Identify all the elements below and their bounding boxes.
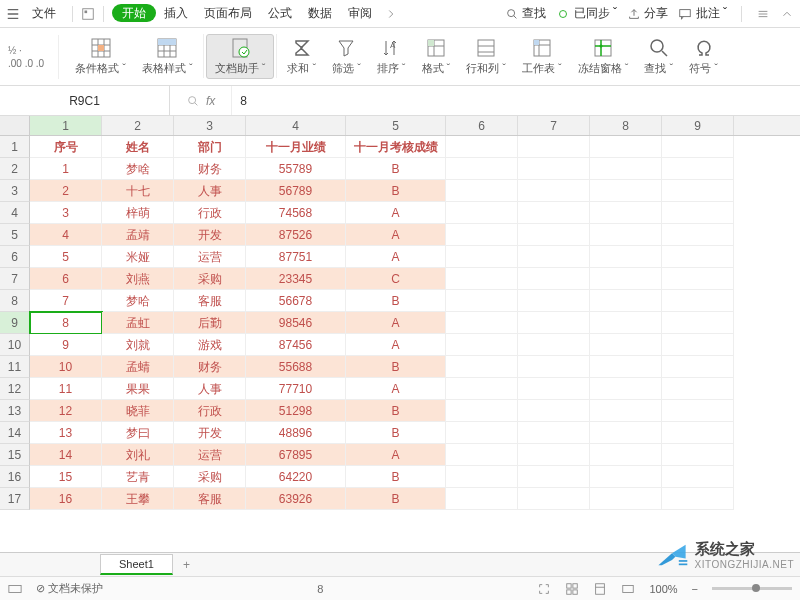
cell[interactable] <box>590 400 662 422</box>
cell[interactable] <box>446 356 518 378</box>
cell[interactable] <box>518 400 590 422</box>
cell[interactable]: 人事 <box>174 378 246 400</box>
cell[interactable] <box>446 444 518 466</box>
cell[interactable]: 63926 <box>246 488 346 510</box>
ribbon-grid-style[interactable]: 表格样式 ˇ <box>134 34 201 79</box>
cell[interactable]: 孟蜻 <box>102 356 174 378</box>
menu-tab-0[interactable]: 开始 <box>112 4 156 22</box>
cell[interactable]: 刘礼 <box>102 444 174 466</box>
zoom-out-button[interactable]: − <box>692 583 698 595</box>
menu-tab-1[interactable]: 插入 <box>156 3 196 23</box>
cell[interactable] <box>446 466 518 488</box>
spreadsheet-grid[interactable]: 123456789 1序号姓名部门十一月业绩十一月考核成绩21梦啥财务55789… <box>0 116 800 546</box>
cell[interactable] <box>662 136 734 158</box>
cell[interactable]: 梦哈 <box>102 290 174 312</box>
cell[interactable] <box>590 444 662 466</box>
cell[interactable] <box>446 136 518 158</box>
col-header[interactable]: 9 <box>662 116 734 135</box>
row-header[interactable]: 9 <box>0 312 30 334</box>
menu-share[interactable]: 分享 <box>627 5 668 22</box>
cell[interactable]: 14 <box>30 444 102 466</box>
cell[interactable]: 9 <box>30 334 102 356</box>
row-header[interactable]: 12 <box>0 378 30 400</box>
cell[interactable] <box>518 224 590 246</box>
cell[interactable]: A <box>346 246 446 268</box>
cell[interactable] <box>518 290 590 312</box>
cell[interactable]: A <box>346 224 446 246</box>
cell[interactable]: 客服 <box>174 290 246 312</box>
cell[interactable] <box>662 246 734 268</box>
view-normal-icon[interactable] <box>565 582 579 596</box>
name-box[interactable]: R9C1 <box>0 86 170 115</box>
cell[interactable] <box>662 224 734 246</box>
cell[interactable]: 8 <box>30 312 102 334</box>
add-sheet-button[interactable]: + <box>173 555 200 575</box>
cell[interactable] <box>662 378 734 400</box>
view-reading-icon[interactable] <box>621 582 635 596</box>
ribbon-search[interactable]: 查找 ˇ <box>636 34 681 79</box>
cell[interactable]: 开发 <box>174 224 246 246</box>
row-header[interactable]: 5 <box>0 224 30 246</box>
col-header[interactable]: 5 <box>346 116 446 135</box>
ribbon-funnel[interactable]: 筛选 ˇ <box>324 34 369 79</box>
cell[interactable] <box>662 312 734 334</box>
cell[interactable] <box>446 224 518 246</box>
cell[interactable]: 行政 <box>174 202 246 224</box>
cell[interactable]: B <box>346 158 446 180</box>
cell[interactable] <box>662 158 734 180</box>
row-header[interactable]: 17 <box>0 488 30 510</box>
cell[interactable]: B <box>346 290 446 312</box>
cell[interactable]: 12 <box>30 400 102 422</box>
select-all-corner[interactable] <box>0 116 30 135</box>
cell[interactable]: 人事 <box>174 180 246 202</box>
cell[interactable]: A <box>346 334 446 356</box>
cell[interactable]: 56678 <box>246 290 346 312</box>
cell[interactable]: 十一月业绩 <box>246 136 346 158</box>
cell[interactable]: 十一月考核成绩 <box>346 136 446 158</box>
cell[interactable] <box>590 488 662 510</box>
cell[interactable] <box>446 378 518 400</box>
ribbon-cell-fmt[interactable]: 格式 ˇ <box>414 34 459 79</box>
cell[interactable] <box>446 488 518 510</box>
cell[interactable] <box>662 422 734 444</box>
cell[interactable]: 运营 <box>174 246 246 268</box>
cell[interactable] <box>662 180 734 202</box>
cell[interactable] <box>590 268 662 290</box>
menu-annotate[interactable]: 批注 ˇ <box>678 5 727 22</box>
cell[interactable]: 5 <box>30 246 102 268</box>
cell[interactable]: A <box>346 202 446 224</box>
menu-file[interactable]: 文件 <box>24 2 64 25</box>
cell[interactable]: 采购 <box>174 268 246 290</box>
cell[interactable] <box>518 444 590 466</box>
cell[interactable] <box>446 400 518 422</box>
cell[interactable]: 11 <box>30 378 102 400</box>
col-header[interactable]: 7 <box>518 116 590 135</box>
cell[interactable]: 后勤 <box>174 312 246 334</box>
cell[interactable]: 财务 <box>174 356 246 378</box>
cell[interactable]: B <box>346 422 446 444</box>
cell[interactable] <box>446 312 518 334</box>
cell[interactable] <box>590 224 662 246</box>
template-icon[interactable] <box>81 7 95 21</box>
cell[interactable]: 4 <box>30 224 102 246</box>
row-header[interactable]: 3 <box>0 180 30 202</box>
cell[interactable] <box>446 334 518 356</box>
row-header[interactable]: 15 <box>0 444 30 466</box>
ribbon-sigma[interactable]: 求和 ˇ <box>279 34 324 79</box>
cell[interactable]: 采购 <box>174 466 246 488</box>
cell[interactable]: 开发 <box>174 422 246 444</box>
ribbon-sort[interactable]: A排序 ˇ <box>369 34 414 79</box>
zoom-slider[interactable] <box>712 587 792 590</box>
cell[interactable]: 1 <box>30 158 102 180</box>
col-header[interactable]: 6 <box>446 116 518 135</box>
cell[interactable]: 果果 <box>102 378 174 400</box>
cell[interactable] <box>590 356 662 378</box>
cell[interactable]: 孟虹 <box>102 312 174 334</box>
cell[interactable]: B <box>346 356 446 378</box>
cell[interactable]: 晓菲 <box>102 400 174 422</box>
cell[interactable] <box>518 378 590 400</box>
cell[interactable]: 51298 <box>246 400 346 422</box>
cell[interactable]: 梦曰 <box>102 422 174 444</box>
cell[interactable]: B <box>346 400 446 422</box>
collapse-ribbon-icon[interactable] <box>780 7 794 21</box>
